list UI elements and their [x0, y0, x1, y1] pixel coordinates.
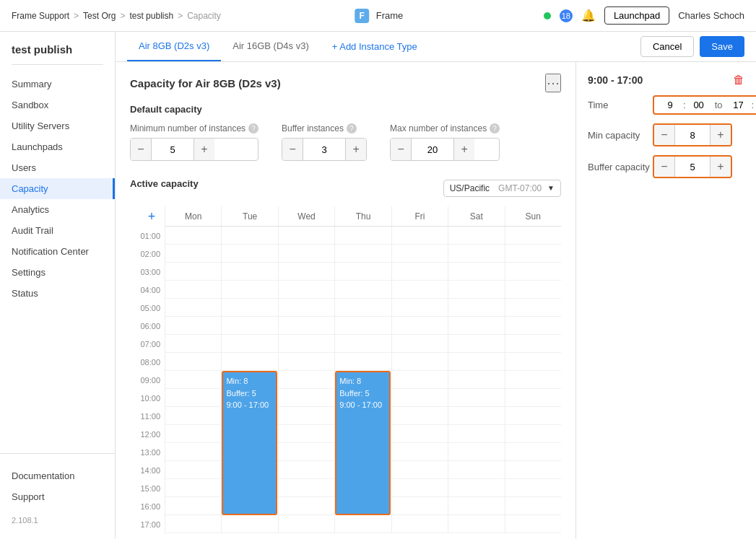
grid-cell[interactable]	[334, 281, 391, 298]
grid-cell[interactable]	[391, 227, 448, 244]
buffer-instances-decrement[interactable]: −	[282, 139, 303, 160]
max-instances-decrement[interactable]: −	[391, 139, 411, 160]
grid-cell[interactable]	[448, 335, 504, 352]
grid-cell[interactable]	[221, 335, 277, 352]
grid-cell[interactable]	[278, 443, 334, 460]
tab-air-16gb[interactable]: Air 16GB (D4s v3)	[221, 32, 320, 61]
grid-cell[interactable]	[448, 227, 504, 244]
grid-cell[interactable]	[448, 389, 504, 406]
time-input-group[interactable]: : to :	[653, 95, 756, 115]
grid-cell[interactable]	[165, 479, 221, 496]
grid-cell[interactable]	[278, 263, 334, 280]
time-end-hour[interactable]	[728, 100, 748, 110]
sidebar-item-notification-center[interactable]: Notification Center	[0, 241, 115, 262]
grid-cell[interactable]	[391, 299, 448, 316]
time-start-hour[interactable]	[660, 100, 680, 110]
breadcrumb-test-org[interactable]: Test Org	[83, 11, 116, 21]
grid-cell[interactable]	[221, 227, 277, 244]
sidebar-item-documentation[interactable]: Documentation	[0, 465, 115, 486]
timezone-select[interactable]: US/Pacific GMT-07:00 ▼	[443, 180, 561, 197]
grid-cell[interactable]	[278, 497, 334, 514]
schedule-block[interactable]: Min: 8 Buffer: 5 9:00 - 17:00	[335, 371, 390, 515]
user-menu-button[interactable]: Charles Schoch	[678, 10, 744, 21]
sidebar-item-status[interactable]: Status	[0, 283, 115, 304]
time-start-min[interactable]	[689, 100, 709, 110]
grid-cell[interactable]	[391, 425, 448, 442]
cancel-button[interactable]: Cancel	[640, 36, 694, 57]
launchpad-button[interactable]: Launchpad	[604, 6, 669, 25]
sidebar-item-settings[interactable]: Settings	[0, 262, 115, 283]
notification-badge[interactable]: 18	[560, 9, 573, 22]
save-button[interactable]: Save	[700, 36, 744, 57]
grid-cell[interactable]	[448, 479, 504, 496]
min-capacity-field[interactable]	[674, 125, 711, 145]
grid-cell[interactable]	[221, 281, 277, 298]
min-instances-decrement[interactable]: −	[131, 139, 151, 160]
grid-cell[interactable]	[278, 281, 334, 298]
grid-cell[interactable]	[391, 353, 448, 370]
grid-cell[interactable]	[221, 515, 277, 533]
grid-cell[interactable]	[278, 389, 334, 406]
grid-cell[interactable]	[505, 353, 561, 370]
grid-cell[interactable]	[165, 497, 221, 514]
grid-cell[interactable]	[448, 443, 504, 460]
grid-cell[interactable]	[334, 263, 391, 280]
grid-cell[interactable]	[448, 407, 504, 424]
sidebar-item-launchpads[interactable]: Launchpads	[0, 136, 115, 157]
sidebar-item-users[interactable]: Users	[0, 157, 115, 178]
grid-cell[interactable]	[278, 227, 334, 244]
grid-cell[interactable]	[165, 515, 221, 533]
grid-cell[interactable]	[448, 461, 504, 478]
buffer-capacity-field[interactable]	[674, 157, 711, 177]
sidebar-item-support[interactable]: Support	[0, 486, 115, 507]
grid-cell[interactable]	[334, 515, 391, 533]
grid-cell[interactable]	[505, 245, 561, 262]
grid-cell[interactable]	[165, 407, 221, 424]
grid-cell[interactable]	[334, 299, 391, 316]
grid-cell[interactable]	[391, 497, 448, 514]
grid-cell[interactable]	[165, 371, 221, 388]
grid-cell[interactable]	[334, 317, 391, 334]
grid-cell[interactable]	[391, 479, 448, 496]
max-instances-field[interactable]	[411, 139, 454, 160]
grid-cell[interactable]	[391, 371, 448, 388]
grid-cell[interactable]	[505, 317, 561, 334]
grid-cell[interactable]	[391, 461, 448, 478]
grid-cell[interactable]	[165, 227, 221, 244]
grid-cell[interactable]	[334, 335, 391, 352]
capacity-more-button[interactable]: ⋯	[545, 74, 561, 92]
grid-cell[interactable]	[391, 515, 448, 533]
grid-cell[interactable]	[278, 515, 334, 533]
grid-cell[interactable]	[448, 317, 504, 334]
buffer-instances-help-icon[interactable]: ?	[347, 123, 357, 133]
grid-cell[interactable]	[165, 245, 221, 262]
sidebar-item-analytics[interactable]: Analytics	[0, 199, 115, 220]
grid-cell[interactable]	[165, 317, 221, 334]
min-capacity-decrement[interactable]: −	[654, 125, 674, 145]
grid-cell[interactable]	[448, 515, 504, 533]
schedule-block[interactable]: Min: 8 Buffer: 5 9:00 - 17:00	[222, 371, 277, 515]
grid-cell[interactable]	[278, 353, 334, 370]
breadcrumb-frame-support[interactable]: Frame Support	[12, 11, 69, 21]
grid-cell[interactable]	[165, 353, 221, 370]
add-schedule-button[interactable]: +	[142, 206, 162, 227]
sidebar-item-sandbox[interactable]: Sandbox	[0, 95, 115, 115]
grid-cell[interactable]	[165, 425, 221, 442]
breadcrumb-test-publish[interactable]: test publish	[129, 11, 173, 21]
grid-cell[interactable]	[391, 281, 448, 298]
grid-cell[interactable]	[165, 461, 221, 478]
grid-cell[interactable]	[221, 317, 277, 334]
sidebar-item-capacity[interactable]: Capacity	[0, 178, 115, 199]
bell-icon[interactable]: 🔔	[581, 9, 596, 22]
grid-cell[interactable]	[221, 299, 277, 316]
grid-cell[interactable]	[448, 353, 504, 370]
grid-cell[interactable]	[391, 335, 448, 352]
delete-schedule-button[interactable]: 🗑	[733, 74, 744, 87]
grid-cell[interactable]	[391, 407, 448, 424]
buffer-capacity-decrement[interactable]: −	[654, 157, 674, 177]
min-instances-field[interactable]	[151, 139, 194, 160]
grid-cell[interactable]	[391, 263, 448, 280]
tab-air-8gb[interactable]: Air 8GB (D2s v3)	[127, 32, 221, 61]
grid-cell[interactable]	[505, 515, 561, 533]
grid-cell[interactable]	[278, 425, 334, 442]
